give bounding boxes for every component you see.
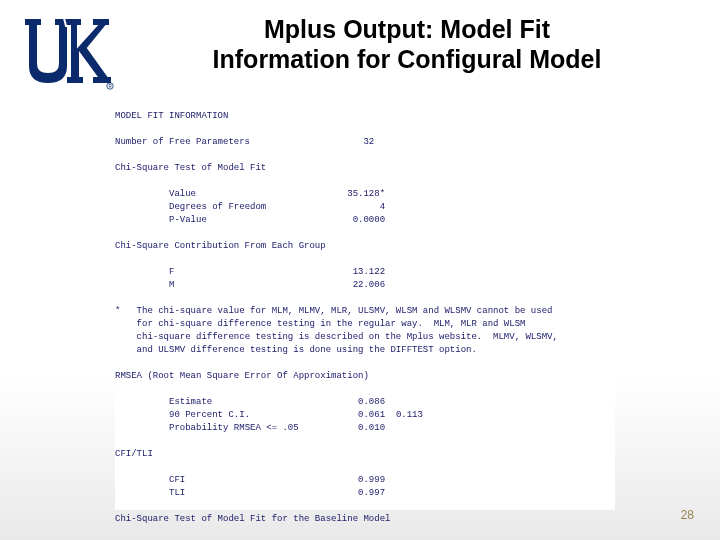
sec-cfitli: CFI/TLI <box>115 449 153 459</box>
uk-logo-icon: R <box>18 12 114 92</box>
val-tli: 0.997 <box>358 488 385 498</box>
lbl-group-m: M <box>169 280 174 290</box>
title-line-2: Information for Configural Model <box>213 45 602 73</box>
sec-chisq-group: Chi-Square Contribution From Each Group <box>115 241 326 251</box>
output-text: MODEL FIT INFORMATION Number of Free Par… <box>115 110 615 540</box>
note-l2: for chi-square difference testing in the… <box>137 319 526 329</box>
slide-title: Mplus Output: Model Fit Information for … <box>114 8 700 74</box>
note-l4: and ULSMV difference testing is done usi… <box>137 345 477 355</box>
mplus-output: MODEL FIT INFORMATION Number of Free Par… <box>115 110 615 510</box>
lbl-tli: TLI <box>169 488 185 498</box>
val-group-f: 13.122 <box>353 267 385 277</box>
val-rmsea-p: 0.010 <box>358 423 385 433</box>
uk-logo: R <box>18 12 114 92</box>
page-number: 28 <box>681 508 694 522</box>
sec-baseline: Chi-Square Test of Model Fit for the Bas… <box>115 514 390 524</box>
lbl-rmsea-p: Probability RMSEA <= .05 <box>169 423 299 433</box>
lbl-chisq-p: P-Value <box>169 215 207 225</box>
val-rmsea-est: 0.086 <box>358 397 385 407</box>
lbl-rmsea-est: Estimate <box>169 397 212 407</box>
val-free-params: 32 <box>363 137 374 147</box>
lbl-group-f: F <box>169 267 174 277</box>
header: R Mplus Output: Model Fit Information fo… <box>0 0 720 92</box>
title-line-1: Mplus Output: Model Fit <box>264 15 550 43</box>
lbl-free-params: Number of Free Parameters <box>115 137 250 147</box>
val-rmsea-ci-lo: 0.061 <box>358 410 385 420</box>
lbl-chisq-df: Degrees of Freedom <box>169 202 266 212</box>
val-chisq-df: 4 <box>380 202 385 212</box>
sec-model-fit: MODEL FIT INFORMATION <box>115 111 228 121</box>
val-chisq-value: 35.128* <box>347 189 385 199</box>
note-star: * <box>115 306 120 316</box>
lbl-rmsea-ci: 90 Percent C.I. <box>169 410 250 420</box>
val-cfi: 0.999 <box>358 475 385 485</box>
val-rmsea-ci-hi: 0.113 <box>396 410 423 420</box>
note-l1: The chi-square value for MLM, MLMV, MLR,… <box>137 306 553 316</box>
val-group-m: 22.006 <box>353 280 385 290</box>
slide: R Mplus Output: Model Fit Information fo… <box>0 0 720 540</box>
note-l3: chi-square difference testing is describ… <box>137 332 558 342</box>
sec-rmsea: RMSEA (Root Mean Square Error Of Approxi… <box>115 371 369 381</box>
lbl-chisq-value: Value <box>169 189 196 199</box>
lbl-cfi: CFI <box>169 475 185 485</box>
val-chisq-p: 0.0000 <box>353 215 385 225</box>
sec-chisq: Chi-Square Test of Model Fit <box>115 163 266 173</box>
